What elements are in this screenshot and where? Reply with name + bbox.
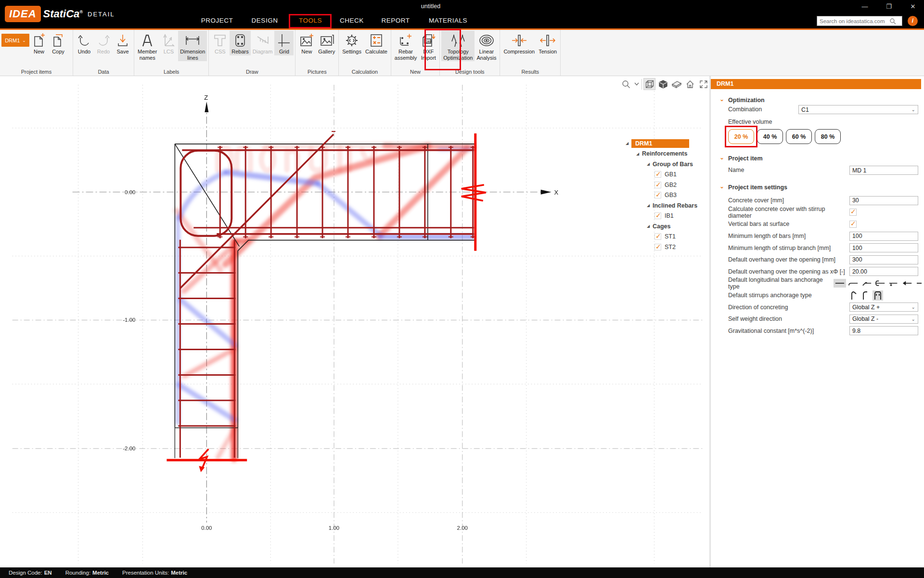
- rebars-button[interactable]: Rebars: [230, 31, 250, 55]
- combination-select[interactable]: C1⌄: [798, 105, 918, 114]
- section-view-button[interactable]: [670, 78, 682, 90]
- rebar-section-icon: [234, 32, 246, 49]
- section-optimization[interactable]: ⌄ Optimization: [719, 97, 765, 104]
- drawing-canvas[interactable]: Z X 0.00 -1.00 -2.00 0.00 1.00 2.00: [0, 76, 709, 567]
- expander-icon[interactable]: ◢: [647, 162, 653, 166]
- project-item-selector[interactable]: DRM1⌄: [1, 34, 29, 47]
- vertical-bars-checkbox[interactable]: [849, 221, 857, 228]
- self-weight-direction-select[interactable]: Global Z -⌄: [849, 315, 918, 324]
- concreting-direction-select[interactable]: Global Z +⌄: [849, 302, 918, 312]
- tension-button[interactable]: Tension: [537, 31, 559, 55]
- tree-node-inclined-rebars[interactable]: ◢ Inclined Rebars: [626, 200, 707, 211]
- expander-icon[interactable]: ◢: [626, 141, 631, 145]
- svg-text:0.00: 0.00: [201, 525, 212, 531]
- stirrup-hook135-icon[interactable]: [849, 290, 858, 301]
- settings-button[interactable]: Settings: [340, 31, 363, 55]
- volume-80-button[interactable]: 80 %: [815, 129, 841, 144]
- tree-item-st2[interactable]: ST2: [626, 242, 707, 252]
- expander-icon[interactable]: ◢: [636, 152, 642, 156]
- expander-icon[interactable]: ◢: [647, 224, 653, 228]
- ribbon-group-calculation: Settings Calculate Calculation: [339, 30, 391, 76]
- expander-icon[interactable]: ◢: [647, 203, 653, 208]
- chevron-down-icon[interactable]: ⌄: [719, 183, 724, 190]
- tree-item-st1[interactable]: ST1: [626, 232, 707, 242]
- anchorage-hook135-icon[interactable]: [860, 279, 873, 288]
- gravitational-constant-input[interactable]: 9.8: [849, 326, 918, 335]
- wireframe-view-button[interactable]: [643, 78, 655, 90]
- calculate-button[interactable]: Calculate: [363, 31, 389, 55]
- ribbon-group-label: Pictures: [297, 68, 337, 76]
- checkbox-checked[interactable]: [654, 171, 661, 178]
- save-button[interactable]: Save: [113, 31, 132, 55]
- tree-item-gb3[interactable]: GB3: [626, 190, 707, 201]
- fullscreen-button[interactable]: [697, 78, 709, 90]
- chevron-down-icon[interactable]: ⌄: [719, 154, 724, 161]
- effective-volume-label: Effective volume: [728, 118, 772, 125]
- stirrup-closed-icon[interactable]: [873, 290, 883, 301]
- volume-40-button[interactable]: 40 %: [757, 129, 783, 144]
- new-picture-button[interactable]: New: [297, 31, 316, 55]
- anchorage-endplate-icon[interactable]: [887, 279, 900, 288]
- dimension-lines-button[interactable]: Dimension lines: [178, 31, 207, 61]
- menu-materials[interactable]: MATERIALS: [429, 17, 467, 24]
- solid-view-button[interactable]: [657, 78, 669, 90]
- compression-button[interactable]: Compression: [501, 31, 537, 55]
- restore-button[interactable]: ❐: [882, 2, 896, 12]
- checkbox-checked[interactable]: [654, 233, 661, 240]
- anchorage-short-icon[interactable]: [914, 279, 924, 288]
- anchorage-bend90-icon[interactable]: [847, 279, 860, 288]
- anchorage-welded-icon[interactable]: [901, 279, 913, 288]
- concrete-cover-input[interactable]: 30: [849, 196, 918, 205]
- anchorage-ubend-icon[interactable]: [874, 279, 886, 288]
- section-project-item-settings[interactable]: ⌄ Project item settings: [719, 184, 787, 191]
- copy-project-item-button[interactable]: Copy: [49, 31, 68, 55]
- zoom-options-chevron[interactable]: [633, 78, 640, 90]
- tree-node-drm1[interactable]: ◢ DRM1: [626, 138, 707, 149]
- anchorage-straight-icon[interactable]: [834, 279, 846, 288]
- name-input[interactable]: MD 1: [849, 166, 918, 175]
- tree-item-gb1[interactable]: GB1: [626, 170, 707, 180]
- volume-60-button[interactable]: 60 %: [786, 129, 812, 144]
- linear-analysis-button[interactable]: Linear Analysis: [475, 31, 498, 61]
- zoom-button[interactable]: [620, 78, 632, 90]
- close-button[interactable]: ✕: [906, 2, 920, 12]
- image-plus-icon: [299, 32, 314, 49]
- section-project-item[interactable]: ⌄ Project item: [719, 155, 763, 162]
- search-box[interactable]: [817, 16, 902, 26]
- highlight-box-tools-menu: [289, 14, 332, 28]
- home-view-button[interactable]: [684, 78, 696, 90]
- highlight-box-volume-20: [725, 126, 757, 147]
- redo-icon: [97, 32, 110, 49]
- undo-button[interactable]: Undo: [75, 31, 94, 55]
- menu-report[interactable]: REPORT: [381, 17, 410, 24]
- min-bar-length-input[interactable]: 100: [849, 232, 918, 241]
- minimize-button[interactable]: —: [858, 2, 872, 12]
- stirrup-cover-checkbox[interactable]: [849, 209, 857, 216]
- menu-check[interactable]: CHECK: [340, 17, 364, 24]
- gallery-button[interactable]: Gallery: [316, 31, 337, 55]
- new-project-item-button[interactable]: New: [29, 31, 49, 55]
- info-icon[interactable]: i: [908, 16, 918, 26]
- checkbox-checked[interactable]: [654, 192, 661, 198]
- tree-item-ib1[interactable]: IB1: [626, 211, 707, 222]
- checkbox-checked[interactable]: [654, 212, 661, 219]
- checkbox-checked[interactable]: [654, 244, 661, 250]
- min-stirrup-branch-input[interactable]: 100: [849, 243, 918, 252]
- tree-node-group-of-bars[interactable]: ◢ Group of Bars: [626, 159, 707, 170]
- menu-design[interactable]: DESIGN: [252, 17, 278, 24]
- tree-node-cages[interactable]: ◢ Cages: [626, 221, 707, 232]
- overhang-mm-input[interactable]: 300: [849, 255, 918, 264]
- search-icon[interactable]: [889, 18, 896, 25]
- stirrup-hook90-icon[interactable]: [861, 290, 870, 301]
- overhang-xphi-input[interactable]: 20.00: [849, 267, 918, 276]
- chevron-down-icon[interactable]: ⌄: [719, 96, 724, 103]
- search-input[interactable]: [817, 18, 889, 25]
- grid-button[interactable]: Grid: [274, 31, 294, 55]
- tree-node-reinforcements[interactable]: ◢ Reinforcements: [626, 149, 707, 159]
- rebar-assembly-button[interactable]: Rebar assembly: [393, 31, 419, 61]
- ribbon-group-label: Project items: [1, 68, 71, 76]
- menu-project[interactable]: PROJECT: [201, 17, 233, 24]
- tree-item-gb2[interactable]: GB2: [626, 180, 707, 190]
- member-names-button[interactable]: Member names: [136, 31, 159, 61]
- checkbox-checked[interactable]: [654, 182, 661, 188]
